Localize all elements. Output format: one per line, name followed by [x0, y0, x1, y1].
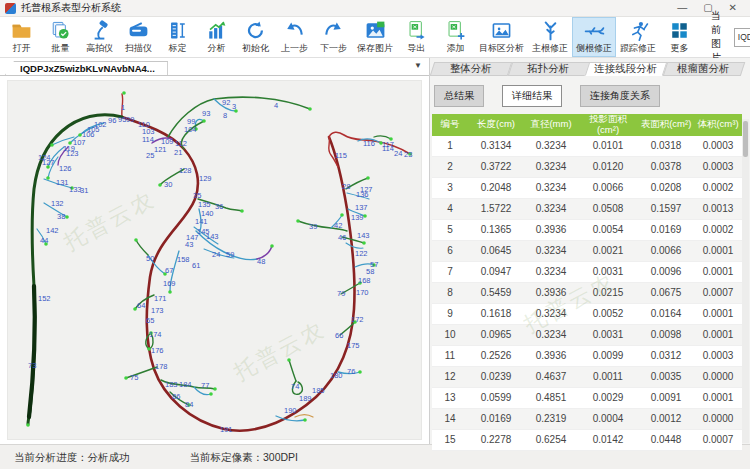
segment-number-label: 84	[185, 400, 193, 409]
table-row[interactable]: 100.09650.32340.00310.00980.0001	[432, 325, 742, 346]
table-row[interactable]: 140.01690.23190.00040.00120.0000	[432, 409, 742, 430]
table-row[interactable]: 120.02390.46370.00110.00350.0000	[432, 367, 742, 388]
segment-number-label: 171	[154, 294, 167, 303]
tab-整体分析[interactable]: 整体分析	[432, 62, 510, 76]
toolbar-analyze-button[interactable]: 分析	[197, 17, 236, 57]
table-row[interactable]: 10.31340.32340.01010.03180.0003	[432, 136, 742, 157]
tab-连接线段分析[interactable]: 连接线段分析	[587, 62, 665, 76]
segment-number-label: 178	[155, 362, 168, 371]
table-cell: 3	[432, 182, 468, 193]
segment-number-label: 38	[57, 212, 65, 221]
toolbar-calibrate-button[interactable]: 标定	[158, 17, 197, 57]
segment-number-label: 31	[80, 186, 88, 195]
toolbar-initialize-button[interactable]: 初始化	[236, 17, 275, 57]
table-cell: 0.1365	[468, 224, 524, 235]
segment-number-label: 75	[130, 373, 138, 382]
column-header: 直径(mm)	[524, 119, 578, 130]
toolbar-open-button[interactable]: 打开	[2, 17, 41, 57]
table-cell: 0.0007	[694, 434, 742, 445]
toolbar-scanner-button[interactable]: 扫描仪	[119, 17, 158, 57]
segment-number-label: 115	[335, 151, 347, 160]
table-cell: 14	[432, 413, 468, 424]
table-cell: 0.4851	[524, 392, 578, 403]
table-row[interactable]: 20.37220.32340.01200.03780.0003	[432, 157, 742, 178]
table-row[interactable]: 41.57220.32340.05080.15970.0013	[432, 199, 742, 220]
segment-number-label: 59	[226, 250, 234, 259]
button-详细结果[interactable]: 详细结果	[502, 85, 562, 107]
segment-number-label: 66	[335, 331, 343, 340]
root-trace-svg[interactable]: 1969599102105106107119123124127126131133…	[7, 80, 422, 440]
segment-number-label: 77	[201, 381, 209, 390]
root-segment	[122, 117, 355, 431]
root-endpoint-dot	[209, 392, 213, 396]
root-endpoint-dot	[296, 219, 300, 223]
segment-number-label: 189	[299, 394, 312, 403]
root-endpoint-dot	[124, 376, 128, 380]
tab-拓扑分析[interactable]: 拓扑分析	[510, 62, 588, 76]
table-cell: 0.0599	[468, 392, 524, 403]
table-row[interactable]: 90.16180.32340.00520.01640.0001	[432, 304, 742, 325]
toolbar-track-fix-button[interactable]: 跟踪修正	[616, 17, 660, 57]
toolbar-more-button[interactable]: 更多	[660, 17, 699, 57]
result-buttons: 总结果详细结果连接角度关系	[432, 76, 742, 114]
table-row[interactable]: 110.25260.39360.00990.03120.0003	[432, 346, 742, 367]
segment-number-label: 141	[195, 217, 208, 226]
toolbar-prev-step-button[interactable]: 上一步	[275, 17, 314, 57]
ruler-icon	[167, 19, 188, 41]
toolbar-next-step-button[interactable]: 下一步	[314, 17, 353, 57]
table-row[interactable]: 130.05990.48510.00290.00910.0001	[432, 388, 742, 409]
current-image-dropdown[interactable]: IQDPJxZ5wizb ▼	[734, 28, 750, 47]
progress-value: 分析成功	[88, 451, 130, 463]
minimize-button[interactable]: —	[677, 3, 687, 13]
toolbar-doc-camera-button[interactable]: 高拍仪	[80, 17, 119, 57]
button-总结果[interactable]: 总结果	[434, 85, 484, 107]
segment-number-label: 168	[358, 276, 371, 285]
toolbar-button-label: 批量	[52, 42, 70, 55]
segment-number-label: 4	[274, 101, 278, 110]
toolbar-button-label: 打开	[13, 42, 31, 55]
toolbar-target-area-analysis-button[interactable]: 目标区分析	[475, 17, 528, 57]
column-header: 编号	[432, 119, 468, 130]
button-连接角度关系[interactable]: 连接角度关系	[580, 85, 660, 107]
table-cell: 15	[432, 434, 468, 445]
segment-number-label: 143	[357, 231, 370, 240]
table-cell: 0.0965	[468, 329, 524, 340]
segment-number-label: 74	[291, 382, 299, 391]
scanner-icon	[128, 19, 149, 41]
table-cell: 0.0001	[694, 266, 742, 277]
toolbar-save-image-button[interactable]: 保存图片	[353, 17, 397, 57]
table-cell: 0.3234	[524, 203, 578, 214]
table-cell: 0.6254	[524, 434, 578, 445]
toolbar-add-button[interactable]: 添加	[436, 17, 475, 57]
toolbar-export-button[interactable]: 导出	[397, 17, 436, 57]
toolbar-button-label: 初始化	[242, 42, 269, 55]
toolbar-buttons: 打开批量高拍仪扫描仪标定分析初始化上一步下一步保存图片导出添加目标区分析主根修正…	[2, 17, 699, 57]
table-cell: 0.0000	[694, 371, 742, 382]
scrollbar-thumb[interactable]	[743, 121, 748, 157]
toolbar-batch-button[interactable]: 批量	[41, 17, 80, 57]
toolbar-lateral-root-fix-button[interactable]: 侧根修正	[572, 17, 616, 57]
current-image-label: 当前图片	[711, 9, 724, 65]
table-row[interactable]: 150.22780.62540.01420.04480.0007	[432, 430, 742, 451]
segment-number-label: 8	[223, 111, 227, 120]
segment-number-label: 23	[404, 150, 412, 159]
segment-number-label: 131	[56, 178, 69, 187]
table-row[interactable]: 50.13650.39360.00540.01690.0002	[432, 220, 742, 241]
image-tab[interactable]: IQDPJxZ5wizbKLvNAvbNA4...	[5, 61, 168, 75]
table-row[interactable]: 80.54590.39360.02150.06750.0007	[432, 283, 742, 304]
table-row[interactable]: 30.20480.32340.00660.02080.0002	[432, 178, 742, 199]
table-cell: 0.1597	[638, 203, 694, 214]
segment-number-label: 143	[206, 232, 219, 241]
tab-list-chevron-icon[interactable]: ▼	[414, 61, 422, 70]
table-cell: 0.0378	[638, 161, 694, 172]
toolbar-main-root-fix-button[interactable]: 主根修正	[528, 17, 572, 57]
root-endpoint-dot	[363, 214, 367, 218]
doc-camera-icon	[89, 19, 110, 41]
table-row[interactable]: 60.06450.32340.00210.00660.0001	[432, 241, 742, 262]
tab-根瘤菌分析[interactable]: 根瘤菌分析	[665, 62, 743, 76]
segment-number-label: 65	[146, 316, 154, 325]
table-row[interactable]: 70.09470.32340.00310.00960.0001	[432, 262, 742, 283]
table-scrollbar[interactable]	[742, 119, 749, 443]
table-cell: 0.3234	[524, 308, 578, 319]
tab-label: 整体分析	[450, 62, 492, 76]
